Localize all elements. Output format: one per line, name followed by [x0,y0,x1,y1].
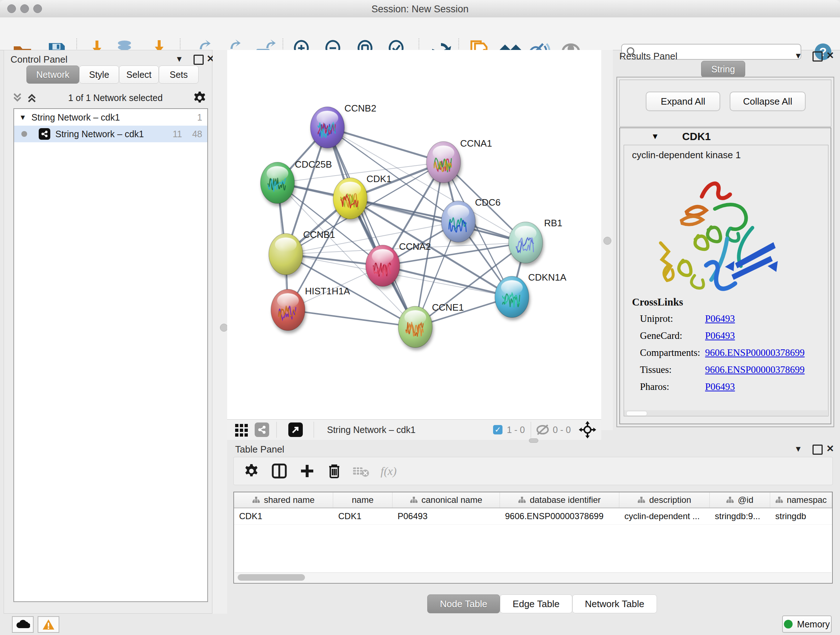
column-header-database-identifier[interactable]: database identifier [500,492,619,508]
control-panel-menu-icon[interactable]: ▾ [177,53,182,65]
table-cell[interactable]: CDK1 [333,508,393,524]
table-cell[interactable]: stringdb:9... [710,508,770,524]
network-view-title: String Network – cdk1 [327,424,416,435]
grid-view-icon[interactable] [234,422,249,438]
select-columns-icon[interactable] [271,463,287,479]
control-panel-float-icon[interactable] [194,55,204,65]
node-CCNB2[interactable]: CCNB2 [310,103,376,148]
cloud-icon [16,619,30,630]
gear-icon[interactable] [193,91,207,105]
crosslink-link[interactable]: 9606.ENSP00000378699 [705,364,805,375]
node-CDC25B[interactable]: CDC25B [261,159,332,203]
network-canvas[interactable]: CCNB2CCNA1CDC25BCDK1CDC6RB1CCNB1CCNA2CDK… [227,50,601,419]
results-panel-menu-icon[interactable]: ▾ [796,50,801,61]
table-hscrollbar-thumb[interactable] [238,574,305,581]
control-panel-tabs: NetworkStyleSelectSets [27,65,199,84]
edge-CCNB2-CCNA1[interactable] [327,127,444,162]
edge-HIST1H1A-CCNE1[interactable] [288,310,415,327]
table-tabs: Node TableEdge TableNetwork Table [427,594,657,613]
delete-table-icon[interactable] [352,464,370,478]
column-header-canonical-name[interactable]: canonical name [393,492,500,508]
tab-node-table[interactable]: Node Table [427,594,500,613]
crosslink-link[interactable]: P06493 [705,381,735,393]
node-RB1[interactable]: RB1 [508,218,562,263]
table-panel-float-icon[interactable] [813,445,823,455]
add-column-icon[interactable] [300,463,315,478]
results-panel-float-icon[interactable] [813,51,823,62]
crosslink-link[interactable]: P06493 [705,313,735,325]
delete-column-icon[interactable] [327,463,341,479]
network-graph[interactable]: CCNB2CCNA1CDC25BCDK1CDC6RB1CCNB1CCNA2CDK… [227,50,601,419]
node-CDKN1A[interactable]: CDKN1A [495,272,567,318]
table-cell[interactable]: CDK1 [234,508,333,524]
node-label-HIST1H1A: HIST1H1A [305,286,350,296]
table-panel-close-icon[interactable]: ✕ [826,443,834,454]
cloud-button[interactable] [12,616,34,633]
crosslink-label: Uniprot: [640,313,705,325]
memory-button[interactable]: Memory [782,616,832,633]
results-panel-close-icon[interactable]: ✕ [826,50,834,61]
collapse-triangle-icon[interactable]: ▼ [651,132,659,141]
pan-crosshair-icon[interactable] [579,421,596,439]
table-hscrollbar[interactable] [235,572,831,582]
collection-count: 1 [197,112,202,123]
right-divider-grip[interactable] [603,237,611,245]
column-label: description [649,495,691,505]
tab-select[interactable]: Select [119,65,159,84]
warning-icon [42,619,55,630]
cdk1-header-row[interactable]: ▼ CDK1 [620,128,831,145]
expand-all-button[interactable]: Expand All [646,92,720,111]
crosslink-label: GeneCard: [640,330,705,341]
column-header-shared-name[interactable]: shared name [234,492,333,508]
collapse-all-button[interactable]: Collapse All [729,92,806,111]
hidden-eye-icon[interactable] [535,424,550,436]
table-cell[interactable]: stringdb [770,508,832,524]
column-header-namespac[interactable]: namespac [770,492,832,508]
edge-CCNB2-CCNE1[interactable] [327,127,415,327]
node-label-CDKN1A: CDKN1A [528,272,567,283]
crosslink-row: GeneCard:P06493 [640,327,828,344]
column-header-description[interactable]: description [619,492,710,508]
gear-icon[interactable] [244,463,259,478]
selected-checkbox[interactable]: ✓ [493,425,502,434]
share-view-icon[interactable] [255,423,269,437]
left-panel-divider[interactable] [213,50,227,614]
collapse-triangle-icon[interactable]: ▼ [19,113,27,122]
expand-all-chevrons-icon[interactable] [26,92,38,104]
warning-button[interactable] [38,616,59,633]
tab-sets[interactable]: Sets [159,65,199,84]
table-panel-menu-icon[interactable]: ▾ [796,443,801,454]
node-CCNE1[interactable]: CCNE1 [398,302,464,348]
tab-network-table[interactable]: Network Table [572,594,657,613]
network-row[interactable]: String Network – cdk1 11 48 [14,126,207,142]
tab-network[interactable]: Network [27,65,79,84]
results-hscrollbar-thumb[interactable] [626,411,647,416]
collapse-all-chevrons-icon[interactable] [11,92,24,104]
results-panel-title: Results Panel [619,51,677,62]
node-CDK1[interactable]: CDK1 [333,173,392,219]
tab-string[interactable]: String [701,61,745,78]
cdk1-detail-box: cyclin-dependent kinase 1 [624,145,829,416]
fx-function-icon[interactable]: f(x) [381,464,396,478]
table-cell[interactable]: 9606.ENSP00000378699 [500,508,619,524]
node-HIST1H1A[interactable]: HIST1H1A [271,286,350,331]
toolbar-divider [276,422,277,438]
table-row[interactable]: CDK1CDK1P064939606.ENSP00000378699cyclin… [234,508,832,524]
column-header-name[interactable]: name [333,492,393,508]
birdseye-toggle-icon[interactable] [288,423,303,437]
crosslink-link[interactable]: P06493 [705,330,735,341]
table-cell[interactable]: cyclin-dependent ... [619,508,710,524]
node-label-CCNE1: CCNE1 [432,302,464,313]
column-header-@id[interactable]: @id [710,492,770,508]
crosslink-link[interactable]: 9606.ENSP00000378699 [705,347,805,358]
hidden-counts: 0 - 0 [553,424,571,435]
left-divider-grip[interactable] [220,324,228,332]
network-collection-row[interactable]: ▼ String Network – cdk1 1 [14,109,207,126]
tab-edge-table[interactable]: Edge Table [500,594,572,613]
results-hscrollbar[interactable] [624,410,827,416]
tab-style[interactable]: Style [79,65,119,84]
table-cell[interactable]: P06493 [393,508,500,524]
node-CDC6[interactable]: CDC6 [441,197,501,242]
column-label: name [352,495,373,505]
node-CCNA1[interactable]: CCNA1 [426,138,492,183]
